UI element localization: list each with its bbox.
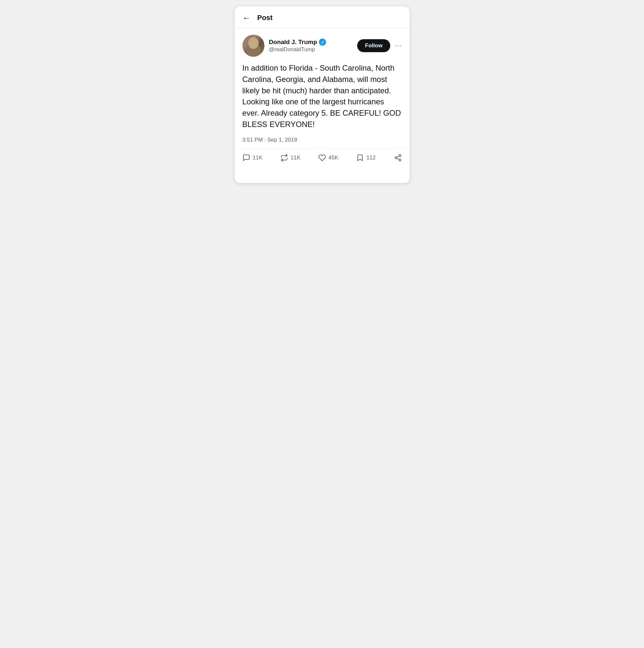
reply-count: 11K — [253, 155, 262, 161]
share-svg — [394, 154, 402, 162]
svg-point-2 — [399, 159, 401, 161]
post-card: ← Post Donald J. Trump ✓ @realDonaldTump — [235, 6, 410, 183]
heart-svg — [318, 154, 326, 162]
retweet-count: 11K — [291, 155, 300, 161]
stat-retweets[interactable]: 11K — [280, 154, 318, 162]
user-right: Follow ··· — [357, 39, 402, 52]
stat-replies[interactable]: 11K — [242, 154, 280, 162]
display-name[interactable]: Donald J. Trump — [269, 39, 317, 46]
bookmark-count: 112 — [366, 155, 376, 161]
timestamp: 3:51 PM · Sep 1, 2019 — [242, 137, 402, 143]
post-header: ← Post — [235, 6, 410, 28]
stat-share[interactable] — [394, 154, 402, 162]
comment-icon — [242, 154, 250, 162]
user-info: Donald J. Trump ✓ @realDonaldTump — [269, 39, 327, 53]
more-options-button[interactable]: ··· — [395, 42, 402, 50]
stat-bookmarks[interactable]: 112 — [356, 154, 394, 162]
verified-check-icon: ✓ — [321, 40, 325, 44]
retweet-svg — [280, 154, 288, 162]
follow-button[interactable]: Follow — [357, 39, 390, 52]
username[interactable]: @realDonaldTump — [269, 46, 327, 53]
stats-row: 11K 11K — [242, 149, 402, 167]
retweet-icon — [280, 154, 288, 162]
user-row: Donald J. Trump ✓ @realDonaldTump Follow… — [242, 35, 402, 57]
avatar[interactable] — [242, 35, 264, 57]
back-button[interactable]: ← — [242, 14, 251, 22]
stat-likes[interactable]: 45K — [318, 154, 356, 162]
svg-line-4 — [397, 156, 399, 157]
user-left: Donald J. Trump ✓ @realDonaldTump — [242, 35, 327, 57]
display-name-row: Donald J. Trump ✓ — [269, 39, 327, 46]
post-container: Donald J. Trump ✓ @realDonaldTump Follow… — [235, 28, 410, 167]
share-icon — [394, 154, 402, 162]
svg-point-1 — [395, 157, 397, 159]
bookmark-svg — [356, 154, 364, 162]
avatar-image — [242, 35, 264, 57]
tweet-text: In addition to Florida - South Carolina,… — [242, 62, 402, 130]
svg-line-3 — [397, 158, 399, 159]
comment-svg — [242, 154, 250, 162]
verified-badge: ✓ — [319, 39, 326, 46]
bookmark-icon — [356, 154, 364, 162]
page-title: Post — [257, 14, 273, 22]
heart-icon — [318, 154, 326, 162]
svg-point-0 — [399, 155, 401, 157]
like-count: 45K — [329, 155, 338, 161]
